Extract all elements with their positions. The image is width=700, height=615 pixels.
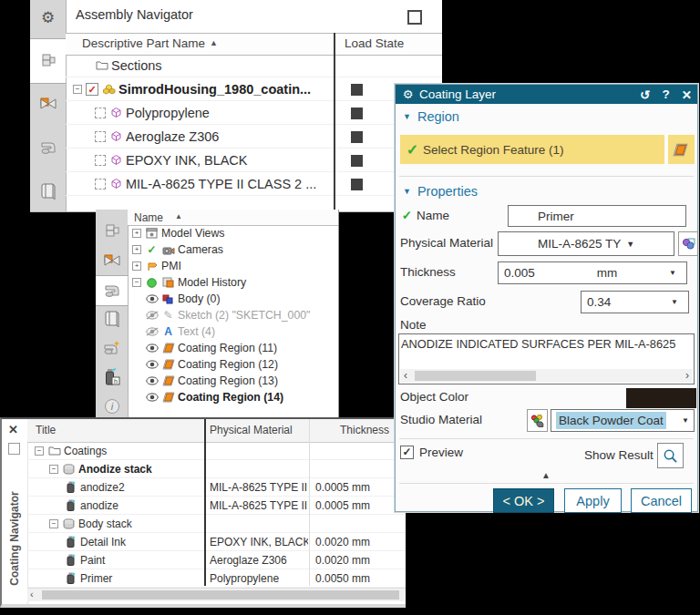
part-nav-tree-row[interactable]: +✓Cameras [128, 241, 338, 258]
preview-checkbox[interactable]: ✓ [400, 446, 414, 459]
studio-material-dropdown[interactable]: Black Powder Coat ▼ [551, 409, 695, 432]
sidebar-tab-coating-navigator[interactable]: h [96, 363, 128, 392]
column-header-title[interactable]: Title [36, 424, 56, 436]
assembly-tree-row[interactable]: −✓SimrodHousing_1980_coatin... [66, 77, 442, 101]
part-nav-tree-row[interactable]: Coating Region (13) [128, 373, 338, 389]
show-result-button[interactable] [657, 443, 684, 468]
column-divider-dark[interactable] [204, 419, 206, 586]
region-section-header[interactable]: ▼ Region [403, 109, 459, 124]
assembly-tree-row[interactable]: Aeroglaze Z306 [66, 125, 442, 149]
sidebar-tab-constraint-navigator[interactable] [96, 246, 128, 275]
sidebar-tab-notes[interactable] [30, 169, 66, 213]
coating-table-row[interactable]: anodize2MIL-A-8625 TYPE II CLAS...0.0005… [27, 478, 406, 497]
name-input[interactable]: Primer [508, 205, 686, 227]
sidebar-tab-part-navigator[interactable] [30, 126, 66, 169]
coating-table-row[interactable]: −Body stack [27, 515, 406, 533]
assembly-tree-row[interactable]: EPOXY INK, BLACK [66, 149, 442, 172]
scroll-left-arrow[interactable]: ‹ [30, 589, 34, 600]
sort-ascending-icon[interactable]: ▲ [175, 212, 182, 220]
close-icon[interactable]: ✕ [8, 423, 18, 436]
expander-icon[interactable]: + [132, 245, 141, 254]
coating-table-row[interactable]: anodizeMIL-A-8625 TYPE II CLAS...0.0005 … [27, 497, 406, 515]
help-icon[interactable]: ? [662, 87, 669, 102]
column-header-part-name[interactable]: Descriptive Part Name [82, 36, 205, 50]
cube-icon [109, 178, 123, 190]
physical-material-dropdown[interactable]: MIL-A-8625 TY ▼ [498, 231, 674, 256]
checkbox-checked-icon[interactable]: ✓ [86, 83, 98, 96]
sidebar-tab-assembly-navigator[interactable] [30, 38, 66, 84]
sidebar-tab-notes[interactable] [96, 304, 128, 333]
assembly-tree-row[interactable]: MIL-A-8625 TYPE II CLASS 2 ... [66, 172, 442, 196]
sidebar-tab-constraint-navigator[interactable] [30, 82, 66, 126]
column-header-physical-material[interactable]: Physical Material [210, 424, 293, 436]
expander-icon[interactable]: + [132, 229, 141, 238]
sort-ascending-icon[interactable]: ▲ [210, 38, 218, 47]
ok-button[interactable]: < OK > [493, 488, 554, 513]
select-region-row[interactable]: ✓ Select Region Feature (1) [400, 135, 664, 164]
thickness-unit[interactable]: mm [597, 266, 618, 280]
selection-box-icon[interactable] [95, 108, 106, 118]
scrollbar-thumb[interactable] [415, 371, 536, 381]
assembly-navigator-panel: ⚙ Assembly Navigator Descriptive Part Na… [30, 0, 442, 212]
assembly-tree-row[interactable]: Sections [66, 54, 442, 77]
assembly-tree-row[interactable]: Polypropylene [66, 101, 442, 125]
scrollbar-thumb[interactable] [42, 590, 399, 600]
selection-box-icon[interactable] [95, 155, 106, 166]
object-color-swatch[interactable] [626, 388, 696, 408]
column-divider[interactable] [334, 33, 335, 211]
expander-icon[interactable]: − [49, 465, 58, 474]
reset-icon[interactable]: ↺ [640, 87, 650, 102]
part-nav-tree-row[interactable]: −Model History [128, 274, 338, 291]
coating-table-row[interactable]: −Coatings [27, 442, 406, 460]
pin-checkbox[interactable] [8, 443, 20, 455]
coating-table-row[interactable]: Detail InkEPOXY INK, BLACK0.0020 mm [27, 533, 406, 551]
apply-button[interactable]: Apply [564, 488, 622, 513]
expander-icon[interactable]: − [35, 446, 44, 456]
note-textarea[interactable]: ANODIZE INDICATED SURFACES PER MIL-A-862… [398, 333, 695, 384]
expander-icon[interactable]: − [132, 278, 141, 287]
scroll-left-arrow[interactable]: ‹ [404, 369, 407, 382]
thickness-input[interactable]: 0.005 mm ▼ [498, 261, 687, 284]
part-nav-tree-row[interactable]: Coating Region (12) [128, 356, 338, 373]
selection-box-icon[interactable] [95, 131, 106, 142]
horizontal-scrollbar[interactable]: ‹ [27, 588, 406, 601]
scroll-right-arrow[interactable]: › [685, 369, 689, 382]
coating-table-row[interactable]: PaintAeroglaze Z3060.0020 mm [27, 551, 406, 569]
constraint-navigator-icon [39, 95, 57, 113]
expander-icon[interactable]: − [49, 519, 58, 528]
selection-box-icon[interactable] [95, 179, 106, 190]
cancel-button[interactable]: Cancel [631, 488, 692, 513]
gear-icon[interactable]: ⚙ [30, 2, 66, 33]
column-header-load-state[interactable]: Load State [345, 36, 404, 50]
part-nav-tree-row[interactable]: +Model Views [128, 225, 338, 241]
sidebar-tab-reuse-library[interactable] [96, 333, 128, 363]
row-material: Polypropylene [204, 572, 308, 585]
coverage-ratio-dropdown[interactable]: 0.34 ▼ [581, 291, 689, 313]
sidebar-tab-part-navigator[interactable] [96, 275, 128, 306]
dialog-titlebar[interactable]: ⚙ Coating Layer ↺ ? ✕ [396, 85, 697, 104]
column-header-thickness[interactable]: Thickness [340, 424, 389, 436]
coating-table-row[interactable]: −Anodize stack [27, 460, 406, 478]
coating-table-row[interactable]: PrimerPolypropylene0.0050 mm [27, 569, 406, 588]
column-divider-light[interactable] [309, 419, 310, 586]
sidebar-tab-assembly-navigator[interactable] [96, 217, 128, 246]
expander-icon[interactable]: − [73, 85, 82, 94]
assign-material-button[interactable] [678, 231, 698, 256]
part-nav-tree-row[interactable]: Coating Region (11) [128, 340, 338, 356]
studio-material-button[interactable] [527, 409, 548, 432]
expander-icon[interactable]: + [132, 261, 141, 271]
part-nav-tree-row[interactable]: +PMI [128, 258, 338, 274]
note-scrollbar[interactable]: ‹ › [400, 369, 693, 383]
part-nav-header-row: Name ▲ [128, 210, 338, 226]
dialog-collapse-icon[interactable]: ▲ [541, 470, 551, 480]
restore-box-icon[interactable] [407, 10, 422, 25]
part-nav-tree-row[interactable]: Body (0) [128, 291, 338, 307]
properties-section-header[interactable]: ▼ Properties [403, 184, 478, 199]
part-nav-tree-row[interactable]: AText (4) [128, 323, 338, 340]
close-icon[interactable]: ✕ [682, 87, 692, 102]
part-nav-tree-row[interactable]: ✎Sketch (2) "SKETCH_000" [128, 307, 338, 323]
dropdown-arrow-icon: ▼ [664, 269, 681, 277]
column-header-name[interactable]: Name [134, 211, 163, 224]
region-feature-button[interactable] [668, 135, 695, 164]
part-nav-tree-row[interactable]: Coating Region (14) [128, 389, 338, 405]
